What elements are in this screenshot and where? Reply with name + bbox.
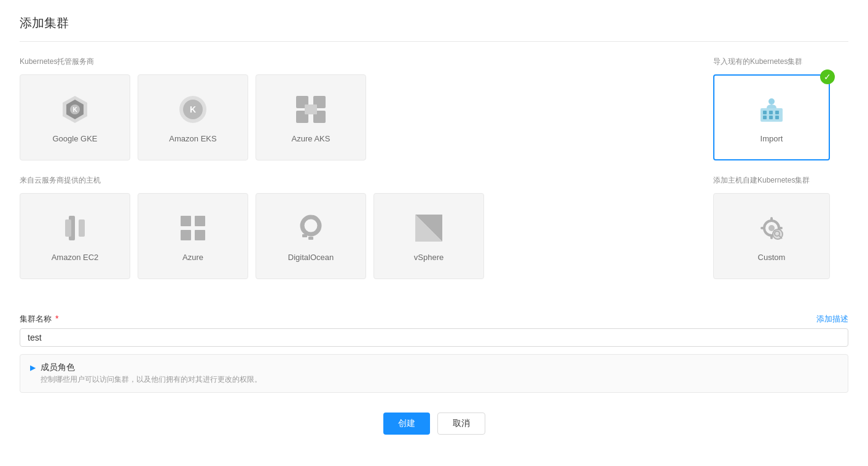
kubernetes-cards-row: K Google GKE K [20,74,689,160]
card-eks[interactable]: K Amazon EKS [138,74,248,160]
svg-rect-14 [79,219,85,237]
svg-rect-35 [770,235,773,239]
svg-rect-17 [181,230,191,240]
azure-icon [176,211,210,245]
svg-rect-28 [763,116,767,119]
svg-rect-25 [763,111,767,114]
cancel-button[interactable]: 取消 [437,413,485,435]
vsphere-icon [412,211,446,245]
cloud-cards-row: Amazon EC2 Azure [20,193,689,279]
member-role-title: 成员角色 [41,362,262,373]
svg-rect-21 [308,237,313,240]
card-aks[interactable]: Azure AKS [256,74,366,160]
svg-rect-16 [195,216,205,226]
page-title: 添加集群 [20,15,848,31]
svg-text:K: K [190,105,196,114]
card-vsphere[interactable]: vSphere [373,193,484,279]
cloud-section-label: 来自云服务商提供的主机 [20,175,689,186]
member-role-section: ▶ 成员角色 控制哪些用户可以访问集群，以及他们拥有的对其进行更改的权限。 [20,354,848,393]
divider [20,41,848,42]
svg-rect-37 [779,227,783,229]
aks-icon [294,92,328,127]
svg-rect-13 [65,219,71,237]
cloud-section: 来自云服务商提供的主机 Amazon EC2 [20,175,689,279]
member-role-content: 成员角色 控制哪些用户可以访问集群，以及他们拥有的对其进行更改的权限。 [41,362,262,385]
add-description-link[interactable]: 添加描述 [816,314,848,325]
kubernetes-section-label: Kubernetes托管服务商 [20,57,689,67]
eks-label: Amazon EKS [169,134,216,143]
card-gke[interactable]: K Google GKE [20,74,130,160]
svg-rect-27 [775,111,779,114]
import-card[interactable]: ✓ [713,74,830,160]
member-role-header[interactable]: ▶ 成员角色 控制哪些用户可以访问集群，以及他们拥有的对其进行更改的权限。 [20,355,848,392]
gke-icon: K [58,92,92,127]
custom-section-label: 添加主机自建Kubernetes集群 [713,175,848,186]
page-container: 添加集群 Kubernetes托管服务商 K [0,0,868,449]
import-section: 导入现有的Kubernetes集群 ✓ [713,57,848,160]
custom-icon [754,211,789,245]
card-digitalocean[interactable]: DigitalOcean [256,193,366,279]
main-content: Kubernetes托管服务商 K Google GKE [20,57,848,294]
cluster-name-label-wrap: 集群名称 * [20,314,58,325]
import-section-label: 导入现有的Kubernetes集群 [713,57,848,67]
cluster-name-input[interactable] [20,328,848,347]
ec2-icon [58,211,92,245]
svg-point-31 [768,98,775,105]
member-role-desc: 控制哪些用户可以访问集群，以及他们拥有的对其进行更改的权限。 [41,374,262,385]
custom-label: Custom [758,253,786,262]
kubernetes-section: Kubernetes托管服务商 K Google GKE [20,57,689,160]
digitalocean-label: DigitalOcean [288,253,334,262]
required-mark: * [55,314,58,323]
svg-rect-36 [760,227,764,229]
digitalocean-icon [294,211,328,245]
ec2-label: Amazon EC2 [52,253,99,262]
svg-rect-34 [770,217,773,221]
selected-checkmark: ✓ [820,69,835,84]
svg-rect-26 [769,111,773,114]
right-content: 导入现有的Kubernetes集群 ✓ [713,57,848,294]
card-ec2[interactable]: Amazon EC2 [20,193,130,279]
eks-icon: K [176,92,210,127]
custom-section: 添加主机自建Kubernetes集群 [713,175,848,279]
svg-rect-20 [302,234,307,237]
collapse-arrow-icon: ▶ [30,363,36,372]
azure-label: Azure [182,253,203,262]
svg-rect-18 [195,230,205,240]
custom-card[interactable]: Custom [713,193,830,279]
svg-rect-24 [760,108,783,122]
gke-label: Google GKE [53,134,98,143]
svg-rect-29 [769,116,773,119]
import-icon [754,92,789,127]
aks-label: Azure AKS [292,134,330,143]
cluster-name-label: 集群名称 [20,314,52,323]
card-azure[interactable]: Azure [138,193,248,279]
svg-rect-30 [775,116,779,119]
svg-point-33 [768,225,775,231]
vsphere-label: vSphere [414,253,444,262]
svg-text:K: K [72,106,77,113]
left-content: Kubernetes托管服务商 K Google GKE [20,57,689,294]
form-section: 集群名称 * 添加描述 ▶ 成员角色 控制哪些用户可以访问集群，以及他们拥有的对… [20,314,848,393]
svg-point-19 [302,217,319,234]
create-button[interactable]: 创建 [383,413,430,435]
import-label: Import [760,134,783,143]
svg-rect-15 [181,216,191,226]
svg-rect-11 [305,105,317,114]
form-buttons: 创建 取消 [20,413,848,435]
form-label-row: 集群名称 * 添加描述 [20,314,848,325]
